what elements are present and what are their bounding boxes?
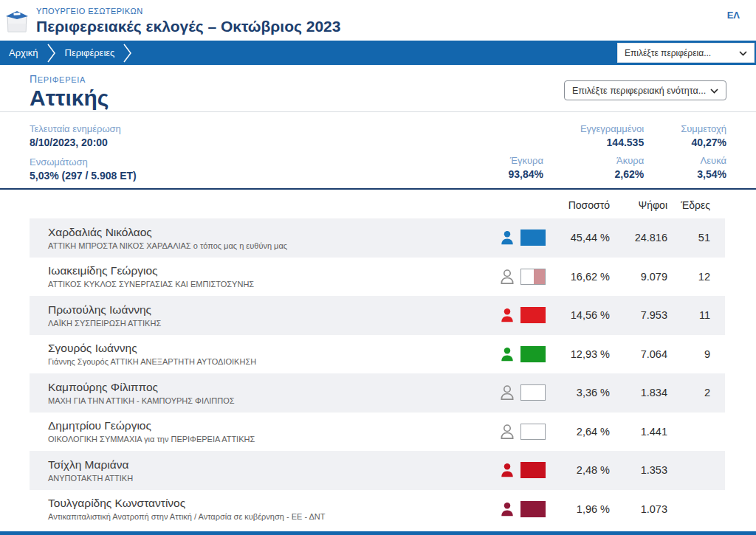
percent-value: 2,48 %: [546, 464, 610, 476]
candidate-row[interactable]: Τουλγαρίδης Κωνσταντίνος Αντικαπιταλιστι…: [30, 490, 725, 529]
header-text: ΥΠΟΥΡΓΕΙΟ ΕΣΩΤΕΡΙΚΩΝ Περιφερειακές εκλογ…: [36, 5, 340, 35]
footer-bar: [0, 531, 756, 535]
votes-value: 7.064: [610, 348, 667, 360]
party-name: ΛΑΪΚΗ ΣΥΣΠΕΙΡΩΣΗ ΑΤΤΙΚΗΣ: [48, 319, 499, 328]
party-color-swatch: [520, 384, 546, 401]
candidate-row[interactable]: Δημητρίου Γεώργιος ΟΙΚΟΛΟΓΙΚΗ ΣΥΜΜΑΧΙΑ γ…: [30, 413, 725, 452]
party-name: Γιάννης Σγουρός ΑΤΤΙΚΗ ΑΝΕΞΑΡΤΗΤΗ ΑΥΤΟΔΙ…: [48, 357, 499, 366]
results-header: Ποσοστό Ψήφοι Έδρες: [30, 190, 725, 218]
person-icon: [499, 424, 515, 440]
seats-column-header: Έδρες: [667, 199, 710, 211]
percent-value: 14,56 %: [546, 309, 610, 321]
party-marker-cell: [499, 462, 546, 478]
party-name: ΑΤΤΙΚΟΣ ΚΥΚΛΟΣ ΣΥΝΕΡΓΑΣΙΑΣ ΚΑΙ ΕΜΠΙΣΤΟΣΥ…: [48, 280, 499, 289]
votes-value: 9.079: [610, 271, 667, 283]
seats-value: 12: [667, 271, 710, 283]
blank-value: 3,54%: [697, 168, 726, 180]
votes-column-header: Ψήφοι: [610, 199, 667, 211]
turnout-label: Συμμετοχή: [681, 123, 726, 134]
ministry-name: ΥΠΟΥΡΓΕΙΟ ΕΣΩΤΕΡΙΚΩΝ: [36, 5, 340, 15]
person-icon: [499, 462, 515, 478]
chevron-down-icon: [739, 48, 747, 58]
votes-value: 24.816: [610, 232, 667, 244]
party-color-swatch: [520, 229, 546, 246]
candidate-row[interactable]: Χαρδαλιάς Νικόλαος ΑΤΤΙΚΗ ΜΠΡΟΣΤΑ ΝΙΚΟΣ …: [30, 218, 725, 258]
stats-right: Εγγεγραμμένοι 144.535 Συμμετοχή 40,27% Έ…: [508, 123, 726, 188]
region-section: ΠΕΡΙΦΕΡΕΙΑ Αττικής Επιλέξτε περιφερειακή…: [0, 65, 756, 112]
region-select[interactable]: Επιλέξτε περιφέρεια...: [617, 43, 755, 63]
candidate-row[interactable]: Ιωακειμίδης Γεώργιος ΑΤΤΙΚΟΣ ΚΥΚΛΟΣ ΣΥΝΕ…: [30, 258, 725, 297]
regional-unit-select[interactable]: Επιλέξτε περιφερειακή ενότητα...: [564, 80, 726, 100]
valid-value: 93,84%: [508, 168, 543, 180]
last-update-value: 8/10/2023, 20:00: [30, 137, 137, 148]
turnout-value: 40,27%: [681, 137, 726, 148]
breadcrumb-home-link[interactable]: Αρχική: [0, 47, 47, 58]
registered-label: Εγγεγραμμένοι: [580, 123, 644, 134]
percent-column-header: Ποσοστό: [546, 199, 610, 211]
candidate-cell: Τσίχλη Μαριάνα ΑΝΥΠΟΤΑΚΤΗ ΑΤΤΙΚΗ: [48, 458, 499, 483]
party-name: ΜΑΧΗ ΓΙΑ ΤΗΝ ΑΤΤΙΚΗ - ΚΑΜΠΟΥΡΗΣ ΦΙΛΙΠΠΟΣ: [48, 396, 499, 405]
person-icon: [499, 501, 515, 517]
votes-value: 1.073: [610, 503, 667, 515]
candidate-cell: Σγουρός Ιωάννης Γιάννης Σγουρός ΑΤΤΙΚΗ Α…: [48, 342, 499, 366]
party-name: ΑΝΥΠΟΤΑΚΤΗ ΑΤΤΙΚΗ: [48, 474, 499, 483]
candidate-row[interactable]: Τσίχλη Μαριάνα ΑΝΥΠΟΤΑΚΤΗ ΑΤΤΙΚΗ 2,48 % …: [30, 451, 725, 490]
integration-label: Ενσωμάτωση: [30, 156, 137, 168]
ballot-box-icon[interactable]: [4, 5, 30, 35]
candidate-name: Πρωτούλης Ιωάννης: [48, 303, 499, 317]
candidate-cell: Καμπούρης Φίλιππος ΜΑΧΗ ΓΙΑ ΤΗΝ ΑΤΤΙΚΗ -…: [48, 381, 499, 405]
votes-value: 1.353: [610, 464, 667, 476]
region-select-value: Επιλέξτε περιφέρεια...: [625, 48, 711, 58]
person-icon: [499, 307, 515, 323]
party-marker-cell: [499, 384, 546, 401]
integration-value: 5,03% (297 / 5.908 ΕΤ): [30, 170, 137, 182]
registered-stat: Εγγεγραμμένοι 144.535: [580, 123, 644, 148]
candidate-cell: Πρωτούλης Ιωάννης ΛΑΪΚΗ ΣΥΣΠΕΙΡΩΣΗ ΑΤΤΙΚ…: [48, 303, 499, 328]
candidate-name: Τσίχλη Μαριάνα: [48, 458, 499, 472]
party-name: ΟΙΚΟΛΟΓΙΚΗ ΣΥΜΜΑΧΙΑ για την ΠΕΡΙΦΕΡΕΙΑ Α…: [48, 435, 499, 443]
candidate-cell: Τουλγαρίδης Κωνσταντίνος Αντικαπιταλιστι…: [48, 497, 499, 521]
party-color-swatch: [520, 269, 546, 285]
candidate-name: Τουλγαρίδης Κωνσταντίνος: [48, 497, 499, 510]
candidate-row[interactable]: Καμπούρης Φίλιππος ΜΑΧΗ ΓΙΑ ΤΗΝ ΑΤΤΙΚΗ -…: [30, 373, 725, 413]
integration-stat: Ενσωμάτωση 5,03% (297 / 5.908 ΕΤ): [30, 156, 137, 182]
percent-value: 3,36 %: [546, 387, 610, 398]
party-color-swatch: [520, 501, 546, 517]
stats-section: Τελευταία ενημέρωση 8/10/2023, 20:00 Ενσ…: [0, 112, 756, 190]
candidate-name: Δημητρίου Γεώργιος: [48, 419, 499, 432]
candidate-row[interactable]: Πρωτούλης Ιωάννης ΛΑΪΚΗ ΣΥΣΠΕΙΡΩΣΗ ΑΤΤΙΚ…: [30, 296, 725, 335]
breadcrumb: Αρχική Περιφέρειες Επιλέξτε περιφέρεια..…: [0, 41, 756, 65]
votes-value: 1.441: [610, 426, 667, 438]
valid-label: Έγκυρα: [508, 155, 543, 166]
language-switcher[interactable]: ΕΛ: [727, 10, 740, 21]
valid-stat: Έγκυρα 93,84%: [508, 155, 543, 180]
top-header: ΥΠΟΥΡΓΕΙΟ ΕΣΩΤΕΡΙΚΩΝ Περιφερειακές εκλογ…: [0, 0, 756, 41]
party-marker-cell: [499, 229, 546, 246]
candidate-name: Καμπούρης Φίλιππος: [48, 381, 499, 394]
votes-value: 7.953: [610, 309, 667, 321]
seats-value: 9: [667, 348, 710, 360]
percent-value: 12,93 %: [546, 348, 610, 360]
party-marker-cell: [499, 346, 546, 362]
percent-value: 2,64 %: [546, 426, 610, 438]
person-icon: [499, 384, 515, 401]
blank-stat: Λευκά 3,54%: [697, 155, 726, 180]
percent-value: 45,44 %: [546, 232, 610, 244]
breadcrumb-regions-link[interactable]: Περιφέρειες: [56, 47, 124, 58]
candidate-row[interactable]: Σγουρός Ιωάννης Γιάννης Σγουρός ΑΤΤΙΚΗ Α…: [30, 335, 725, 374]
registered-value: 144.535: [580, 137, 644, 148]
candidate-name: Ιωακειμίδης Γεώργιος: [48, 264, 499, 277]
invalid-label: Άκυρα: [614, 155, 644, 166]
party-name: Αντικαπιταλιστική Ανατροπή στην Αττική /…: [48, 512, 499, 521]
seats-value: 2: [667, 387, 710, 398]
invalid-value: 2,62%: [614, 168, 644, 180]
chevron-down-icon: [710, 86, 718, 96]
page: ΥΠΟΥΡΓΕΙΟ ΕΣΩΤΕΡΙΚΩΝ Περιφερειακές εκλογ…: [0, 0, 756, 535]
party-color-swatch: [520, 346, 546, 362]
percent-value: 16,62 %: [546, 271, 610, 283]
invalid-stat: Άκυρα 2,62%: [614, 155, 644, 180]
chevron-right-icon: [47, 42, 56, 64]
candidate-name: Χαρδαλιάς Νικόλαος: [48, 226, 499, 239]
person-icon: [499, 269, 515, 285]
candidate-name: Σγουρός Ιωάννης: [48, 342, 499, 355]
